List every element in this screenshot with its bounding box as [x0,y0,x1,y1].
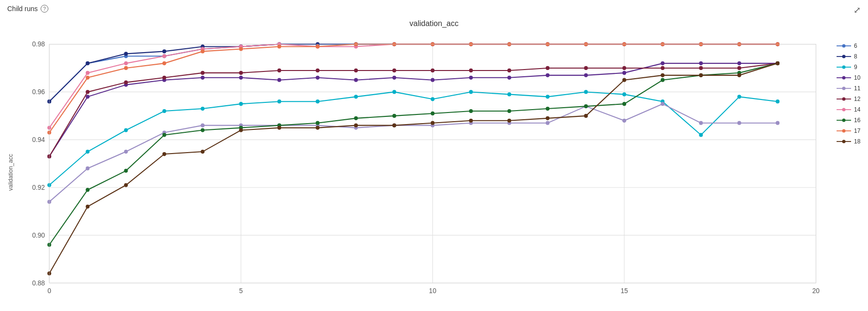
svg-point-210 [354,124,358,127]
svg-point-100 [737,61,741,65]
svg-point-218 [661,73,664,77]
svg-text:15: 15 [620,287,628,295]
svg-point-207 [239,128,243,132]
svg-point-164 [124,169,128,172]
child-runs-label: Child runs ? [7,5,48,13]
svg-point-99 [699,61,703,65]
svg-point-130 [354,69,358,72]
legend-item-18: 18 [837,138,861,145]
svg-point-219 [699,73,703,77]
svg-point-132 [431,69,435,72]
svg-point-69 [316,99,320,103]
svg-point-186 [201,49,205,53]
legend-item-11: 11 [837,85,861,92]
svg-point-216 [584,114,588,118]
svg-point-234 [842,98,846,101]
svg-point-145 [162,54,166,58]
svg-point-206 [201,150,205,154]
svg-point-121 [776,121,780,125]
svg-point-44 [124,52,128,56]
svg-text:10: 10 [429,287,436,295]
svg-point-127 [239,71,243,75]
svg-point-177 [622,102,626,106]
svg-point-187 [239,47,243,51]
svg-point-205 [162,152,166,156]
svg-point-240 [842,129,846,133]
svg-point-92 [431,78,435,82]
svg-point-213 [469,119,473,123]
svg-point-128 [278,69,281,72]
svg-point-45 [162,49,166,53]
header-row: Child runs ? ⤢ [7,5,861,15]
expand-icon[interactable]: ⤢ [853,5,861,15]
svg-point-209 [316,126,320,129]
svg-point-104 [124,150,128,154]
svg-point-140 [737,66,741,70]
svg-point-123 [86,90,89,94]
svg-point-236 [842,108,846,112]
svg-point-64 [124,128,128,132]
svg-point-173 [469,109,473,113]
svg-point-221 [776,61,780,65]
svg-point-232 [842,87,846,90]
svg-point-212 [431,121,435,125]
svg-point-93 [469,76,473,80]
legend: 68910111214161718 [827,33,861,311]
svg-point-120 [737,121,741,125]
svg-point-79 [699,133,703,137]
svg-point-184 [124,66,128,70]
svg-point-226 [842,55,846,58]
svg-point-86 [201,76,205,80]
svg-point-166 [201,128,205,132]
svg-point-189 [316,44,320,48]
legend-label-17: 17 [854,127,860,134]
svg-point-203 [86,205,89,209]
svg-point-87 [239,76,243,80]
svg-point-129 [316,69,320,72]
y-axis-label: validation_acc [7,33,14,311]
legend-item-17: 17 [837,127,861,134]
legend-item-8: 8 [837,53,861,60]
svg-point-176 [584,104,588,108]
svg-text:5: 5 [239,287,243,295]
svg-point-211 [392,124,396,127]
svg-point-238 [842,119,846,122]
svg-point-169 [316,121,320,125]
svg-point-91 [392,76,396,80]
legend-label-18: 18 [854,138,860,145]
help-icon[interactable]: ? [41,5,48,13]
main-container: Child runs ? ⤢ validation_acc validation… [0,0,868,311]
svg-point-95 [545,73,549,77]
svg-point-134 [507,69,511,72]
svg-point-208 [278,126,281,129]
svg-point-137 [622,66,626,70]
svg-point-214 [507,119,511,123]
svg-point-103 [86,167,89,170]
chart-with-yaxis: validation_acc 0.880.900.920.940.960.980… [7,33,827,311]
legend-label-16: 16 [854,117,860,124]
legend-item-9: 9 [837,64,861,71]
svg-point-115 [545,121,549,125]
svg-point-68 [278,99,281,103]
svg-point-138 [661,66,664,70]
chart-svg-container: 0.880.900.920.940.960.9805101520 Reporti… [16,33,827,311]
svg-point-228 [842,66,846,69]
legend-label-14: 14 [854,106,860,113]
svg-point-81 [776,99,780,103]
svg-point-217 [622,78,626,82]
svg-point-144 [124,61,128,65]
svg-text:0.90: 0.90 [32,231,45,239]
legend-label-9: 9 [854,64,857,71]
svg-point-133 [469,69,473,72]
svg-point-98 [661,61,664,65]
legend-label-8: 8 [854,53,857,60]
svg-point-143 [86,71,89,75]
svg-point-126 [201,71,205,75]
legend-label-12: 12 [854,96,860,102]
svg-point-131 [392,69,396,72]
legend-item-16: 16 [837,117,861,124]
svg-point-70 [354,95,358,99]
svg-point-174 [507,109,511,113]
svg-text:0.92: 0.92 [32,184,45,191]
svg-point-163 [86,188,89,192]
